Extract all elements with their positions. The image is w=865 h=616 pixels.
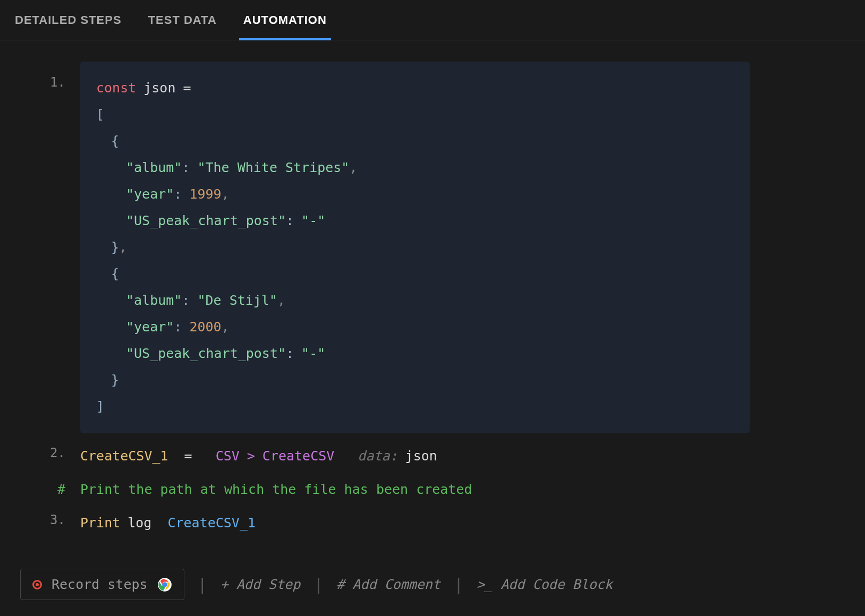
param-value-json: json xyxy=(405,443,437,469)
add-step-button[interactable]: + Add Step xyxy=(221,577,301,592)
code-line: ] xyxy=(96,393,734,420)
json-key: "US_peak_chart_post" xyxy=(126,346,286,361)
gt-operator: > xyxy=(247,443,255,469)
tab-bar: DETAILED STEPS TEST DATA AUTOMATION xyxy=(0,0,865,40)
colon: : xyxy=(286,346,294,361)
code-block[interactable]: constjson= [ { "album":"The White Stripe… xyxy=(80,62,750,433)
function-createcsv: CreateCSV xyxy=(262,443,334,469)
json-key: "album" xyxy=(126,160,182,175)
automation-content: 1. constjson= [ { "album":"The White Str… xyxy=(0,40,865,610)
comma: , xyxy=(119,239,127,255)
colon: : xyxy=(182,293,190,308)
step-number-2: 2. xyxy=(20,443,65,463)
separator-icon: | xyxy=(313,575,323,594)
comment-text: Print the path at which the file has bee… xyxy=(80,479,472,500)
open-brace: { xyxy=(111,266,119,281)
json-string: "-" xyxy=(301,346,325,361)
step-1: 1. constjson= [ { "album":"The White Str… xyxy=(20,62,845,433)
param-label-data: data: xyxy=(358,443,397,469)
code-line: "year":1999, xyxy=(96,181,734,208)
comma: , xyxy=(222,186,230,202)
code-line: "US_peak_chart_post":"-" xyxy=(96,208,734,234)
equals-sign: = xyxy=(183,80,191,96)
print-log: log xyxy=(128,510,151,536)
colon: : xyxy=(174,186,182,202)
bottom-toolbar: Record steps | + Add Step | # Add Commen… xyxy=(20,569,845,600)
code-line: "year":2000, xyxy=(96,314,734,340)
colon: : xyxy=(182,160,190,175)
json-string: "De Stijl" xyxy=(197,293,277,308)
separator-icon: | xyxy=(454,575,463,594)
json-string: "-" xyxy=(301,213,325,228)
separator-icon: | xyxy=(198,575,207,594)
json-key: "year" xyxy=(126,319,174,335)
json-key: "album" xyxy=(126,293,182,308)
step-2-line[interactable]: CreateCSV_1=CSV>CreateCSVdata:json xyxy=(80,443,437,469)
code-line: "album":"De Stijl", xyxy=(96,287,734,314)
tab-automation[interactable]: AUTOMATION xyxy=(243,1,327,40)
comma: , xyxy=(349,160,357,175)
tab-test-data[interactable]: TEST DATA xyxy=(148,1,217,40)
json-string: "The White Stripes" xyxy=(197,160,349,175)
close-brace: } xyxy=(111,372,119,388)
comment-line: # Print the path at which the file has b… xyxy=(20,479,845,500)
step-3-line[interactable]: PrintlogCreateCSV_1 xyxy=(80,510,256,536)
print-arg: CreateCSV_1 xyxy=(167,510,256,536)
json-number: 1999 xyxy=(189,186,221,202)
step-number-3: 3. xyxy=(20,510,65,530)
add-code-block-button[interactable]: >_ Add Code Block xyxy=(477,577,613,592)
close-bracket: ] xyxy=(96,399,104,414)
open-bracket: [ xyxy=(96,107,104,122)
json-number: 2000 xyxy=(189,319,221,335)
code-line: constjson= xyxy=(96,75,734,101)
code-line: { xyxy=(96,128,734,155)
tab-detailed-steps[interactable]: DETAILED STEPS xyxy=(15,1,122,40)
add-comment-button[interactable]: # Add Comment xyxy=(336,577,440,592)
record-icon xyxy=(32,580,42,589)
chrome-icon xyxy=(157,577,172,592)
step-2: 2. CreateCSV_1=CSV>CreateCSVdata:json xyxy=(20,443,845,469)
code-line: "US_peak_chart_post":"-" xyxy=(96,340,734,367)
code-line: } xyxy=(96,367,734,393)
variable-json: json xyxy=(143,80,175,96)
close-brace: } xyxy=(111,239,119,255)
colon: : xyxy=(286,213,294,228)
keyword-const: const xyxy=(96,80,136,96)
comma: , xyxy=(277,293,285,308)
code-line: { xyxy=(96,261,734,287)
open-brace: { xyxy=(111,133,119,149)
colon: : xyxy=(174,319,182,335)
module-csv: CSV xyxy=(216,443,240,469)
equals-sign: = xyxy=(184,443,192,469)
step-number-1: 1. xyxy=(20,62,65,92)
function-print: Print xyxy=(80,510,120,536)
code-line: [ xyxy=(96,101,734,128)
comma: , xyxy=(222,319,230,335)
variable-createcsv1: CreateCSV_1 xyxy=(80,443,168,469)
json-key: "year" xyxy=(126,186,174,202)
step-3: 3. PrintlogCreateCSV_1 xyxy=(20,510,845,536)
comment-hash: # xyxy=(20,479,65,500)
code-line: }, xyxy=(96,234,734,261)
record-steps-label: Record steps xyxy=(52,577,148,592)
json-key: "US_peak_chart_post" xyxy=(126,213,286,228)
code-line: "album":"The White Stripes", xyxy=(96,155,734,181)
record-steps-button[interactable]: Record steps xyxy=(20,569,184,600)
